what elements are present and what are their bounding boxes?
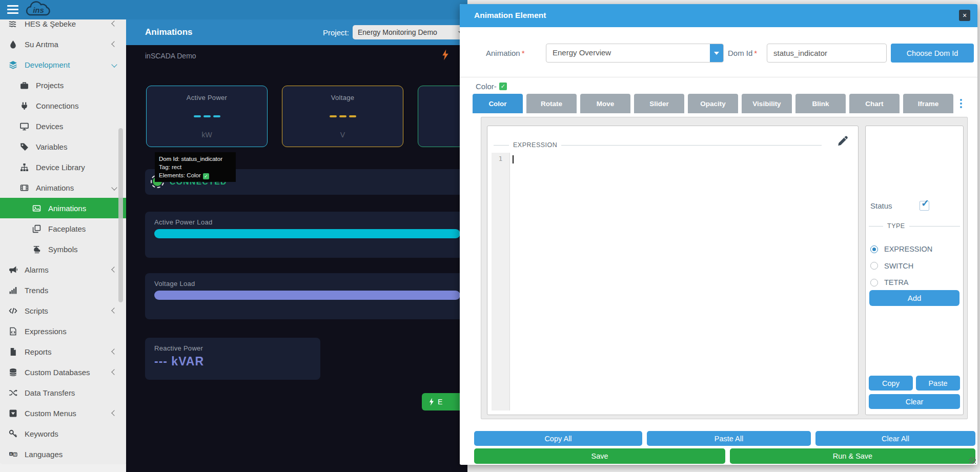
sidebar-item-su-ar-tma[interactable]: Su Arıtma xyxy=(0,34,126,54)
card-value-dashes xyxy=(194,115,220,117)
page-title: Animations xyxy=(145,27,193,37)
save-button[interactable]: Save xyxy=(474,448,725,464)
type-radio-tetra[interactable]: TETRA xyxy=(870,278,909,286)
scada-canvas: inSCADA Demo Active PowerkWVoltageV CONN… xyxy=(126,45,467,472)
sidebar-item-alarms[interactable]: Alarms xyxy=(0,259,126,280)
sidebar-item-keywords[interactable]: Keywords xyxy=(0,423,126,444)
copy-all-button[interactable]: Copy All xyxy=(474,431,642,446)
editor-caret xyxy=(513,155,514,163)
sidebar-item-languages[interactable]: AZLanguages xyxy=(0,444,126,464)
card-label: Active Power xyxy=(187,94,227,101)
chevron-left-icon xyxy=(111,348,117,354)
tabs-overflow-button[interactable] xyxy=(956,94,966,113)
sidebar-item-label: Reports xyxy=(25,347,52,356)
expression-panel: EXPRESSION 1 xyxy=(487,126,859,415)
panel-label: Active Power Load xyxy=(154,218,213,226)
sidebar-item-projects[interactable]: Projects xyxy=(0,75,126,95)
clone-icon xyxy=(32,224,41,233)
add-button[interactable]: Add xyxy=(869,290,959,306)
sidebar-item-custom-databases[interactable]: Custom Databases xyxy=(0,362,126,382)
code-icon xyxy=(9,306,17,315)
radio-icon xyxy=(870,245,878,253)
tab-blink[interactable]: Blink xyxy=(795,94,846,113)
sidebar-item-label: Variables xyxy=(36,142,67,151)
lightning-bolt-icon xyxy=(429,398,434,406)
sidebar-item-connections[interactable]: Connections xyxy=(0,95,126,116)
tab-rotate[interactable]: Rotate xyxy=(526,94,577,113)
database-icon xyxy=(9,368,17,377)
status-checkbox[interactable]: ✓ xyxy=(920,201,929,211)
close-icon[interactable]: × xyxy=(959,10,970,21)
tab-chart[interactable]: Chart xyxy=(849,94,900,113)
sidebar-item-variables[interactable]: Variables xyxy=(0,136,126,157)
sidebar-item-device-library[interactable]: Device Library xyxy=(0,157,126,177)
tab-move[interactable]: Move xyxy=(580,94,630,113)
scada-card-voltage[interactable]: VoltageV xyxy=(282,86,403,147)
choose-dom-id-button[interactable]: Choose Dom Id xyxy=(891,44,974,63)
sidebar-item-faceplates-sub[interactable]: Faceplates xyxy=(0,218,126,239)
sidebar-item-symbols-sub[interactable]: Symbols xyxy=(0,239,126,259)
clear-button[interactable]: Clear xyxy=(869,394,960,409)
tab-slider[interactable]: Slider xyxy=(634,94,684,113)
inscada-logo: ins xyxy=(23,1,54,21)
sidebar-item-data-transfers[interactable]: Data Transfers xyxy=(0,382,126,403)
sidebar-item-scripts[interactable]: Scripts xyxy=(0,300,126,321)
reactive-power-panel: Reactive Power --- kVAR xyxy=(145,338,320,380)
tooltip-elements: Elements: Color✓ xyxy=(159,171,232,179)
paste-button[interactable]: Paste xyxy=(916,376,960,391)
type-legend: TYPE xyxy=(869,222,960,230)
tab-color[interactable]: Color xyxy=(473,94,523,113)
waves-icon xyxy=(9,19,17,28)
helicopter-icon xyxy=(32,245,41,254)
sidebar-item-reports[interactable]: Reports xyxy=(0,341,126,362)
scada-card-active-power[interactable]: Active PowerkW xyxy=(146,86,268,147)
progress-bar xyxy=(154,229,460,238)
sidebar-scrollbar-thumb[interactable] xyxy=(118,128,123,302)
sidebar-item-trends[interactable]: Trends xyxy=(0,280,126,300)
resize-handle[interactable] xyxy=(969,457,976,464)
run-save-button[interactable]: Run & Save xyxy=(730,448,975,464)
sidebar-item-label: Custom Menus xyxy=(25,409,76,418)
clear-all-button[interactable]: Clear All xyxy=(815,431,975,446)
tab-visibility[interactable]: Visibility xyxy=(742,94,792,113)
sidebar-item-expressions[interactable]: Expressions xyxy=(0,321,126,341)
sidebar-item-hes-ebeke[interactable]: HES & Şebeke xyxy=(0,19,126,34)
sidebar: HES & ŞebekeSu ArıtmaDevelopmentProjects… xyxy=(0,19,127,464)
sidebar-item-label: Languages xyxy=(25,450,63,459)
animation-select[interactable]: Energy Overview xyxy=(546,44,724,63)
type-radio-expression[interactable]: EXPRESSION xyxy=(870,245,932,253)
chevron-left-icon xyxy=(111,410,117,416)
sidebar-item-label: Keywords xyxy=(25,429,58,438)
paste-all-button[interactable]: Paste All xyxy=(647,431,811,446)
sidebar-item-animations[interactable]: Animations xyxy=(0,177,126,198)
plug-icon xyxy=(20,101,29,110)
dom-id-label: Dom Id* xyxy=(728,49,757,57)
tab-opacity[interactable]: Opacity xyxy=(688,94,738,113)
sidebar-item-development[interactable]: Development xyxy=(0,54,126,75)
type-radio-switch[interactable]: SWITCH xyxy=(870,262,913,270)
sidebar-item-animations-sub[interactable]: Animations xyxy=(0,198,126,218)
green-check-icon: ✓ xyxy=(499,83,507,90)
card-label: Voltage xyxy=(331,94,354,101)
dom-id-input[interactable] xyxy=(767,44,887,63)
copy-button[interactable]: Copy xyxy=(869,376,913,391)
project-select-value: Energy Monitoring Demo xyxy=(358,28,437,36)
tag-icon xyxy=(20,142,29,151)
sidebar-item-label: Development xyxy=(25,60,70,69)
divider xyxy=(460,77,977,77)
tab-iframe[interactable]: Iframe xyxy=(903,94,953,113)
dialog-header: Animation Element × xyxy=(460,4,977,27)
expression-code-editor[interactable]: 1 xyxy=(492,153,854,411)
hamburger-menu-icon[interactable] xyxy=(7,5,18,14)
radio-label: TETRA xyxy=(884,278,909,286)
chevron-left-icon xyxy=(111,307,117,313)
chevron-down-icon xyxy=(111,184,117,190)
sidebar-item-devices[interactable]: Devices xyxy=(0,116,126,136)
project-select[interactable]: Energy Monitoring Demo xyxy=(353,25,466,39)
sidebar-item-label: Su Arıtma xyxy=(25,40,58,49)
sitemap-icon xyxy=(20,163,29,172)
chevron-left-icon xyxy=(111,266,117,272)
pencil-icon[interactable] xyxy=(836,133,850,147)
reactive-power-label: Reactive Power xyxy=(154,344,203,352)
sidebar-item-custom-menus[interactable]: Custom Menus xyxy=(0,403,126,423)
